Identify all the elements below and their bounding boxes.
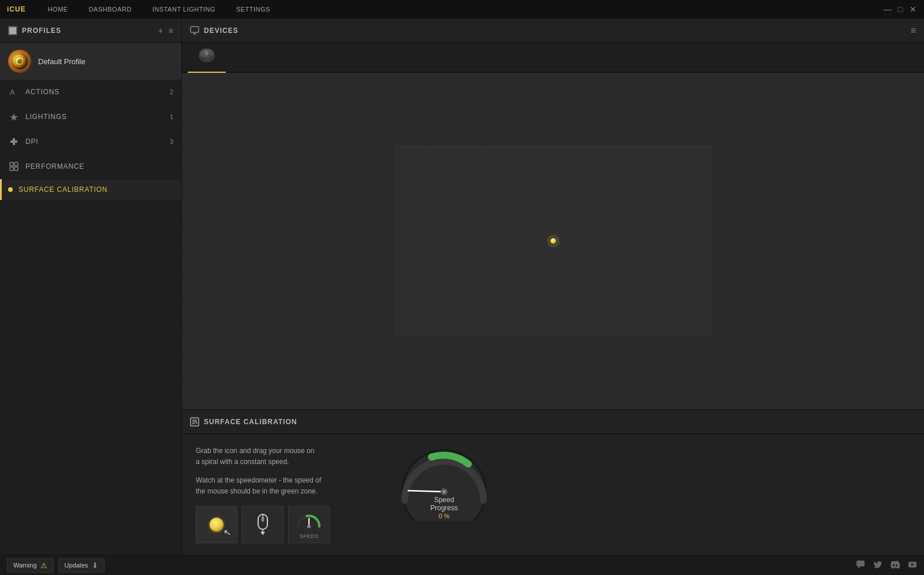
sidebar-item-dpi[interactable]: DPI 3 [0,129,181,154]
twitter-icon[interactable] [873,560,882,571]
statusbar: Warning ⚠ Updates ⬇ [0,555,924,575]
svg-point-27 [262,516,264,522]
svg-text:A: A [10,88,15,97]
nav-home[interactable]: HOME [38,0,79,18]
sidebar-item-actions[interactable]: A ACTIONS 2 [0,80,181,105]
add-profile-button[interactable]: + [158,26,163,35]
dpi-icon [8,136,20,147]
cursor-icon: ↖ [222,526,232,539]
calibration-step-mouse[interactable] [242,506,284,543]
instruction-paragraph-1: Grab the icon and drag your mouse on a s… [196,446,357,468]
svg-rect-13 [191,27,199,32]
window-controls: — □ ✕ [884,5,917,13]
main-layout: PROFILES + ≡ [0,18,924,555]
warning-label: Warning [13,562,37,569]
profile-icon [8,50,31,73]
svg-rect-10 [14,162,18,166]
yellow-dot-icon [210,518,223,532]
profiles-title: PROFILES [22,27,158,35]
performance-label: PERFORMANCE [25,162,164,170]
surface-calibration-panel: SURFACE CALIBRATION Grab the icon and dr… [182,409,924,555]
sidebar-item-surface-calibration[interactable]: SURFACE CALIBRATION [0,179,181,201]
surface-calibration-title: SURFACE CALIBRATION [204,418,297,426]
warning-button[interactable]: Warning ⚠ [7,558,54,573]
lightings-badge: 1 [164,113,173,120]
surface-calibration-header: SURFACE CALIBRATION [182,410,924,434]
device-tabs [182,43,924,73]
svg-text:0 %: 0 % [439,513,450,520]
svg-marker-29 [260,532,265,535]
device-tab-mouse[interactable] [188,40,226,72]
dpi-badge: 3 [164,138,173,145]
profiles-header: PROFILES + ≡ [0,18,181,43]
performance-icon [8,161,20,172]
svg-rect-9 [10,162,13,166]
svg-text:Speed: Speed [434,496,454,504]
svg-text:Progress: Progress [430,504,458,512]
updates-label: Updates [65,562,88,569]
calibration-step-dot[interactable]: ↖ [196,506,237,543]
statusbar-right-icons [856,560,917,571]
maximize-button[interactable]: □ [896,5,904,13]
svg-rect-40 [856,561,865,566]
chat-icon[interactable] [856,560,865,571]
svg-rect-12 [14,167,18,170]
active-indicator [8,187,13,192]
mouse-drag-icon [254,513,272,536]
speed-gauge-container: Speed Progress 0 % [392,440,496,521]
lightings-label: LIGHTINGS [25,113,164,121]
close-button[interactable]: ✕ [909,5,917,13]
canvas-inner[interactable] [395,146,711,336]
svg-rect-11 [10,167,13,170]
top-nav: HOME DASHBOARD INSTANT LIGHTING SETTINGS [38,0,281,18]
instruction-paragraph-2: Watch at the speedometer - the speed of … [196,475,357,497]
profiles-menu-button[interactable]: ≡ [169,26,173,35]
dpi-label: DPI [25,138,164,146]
calibration-dot[interactable] [549,237,557,245]
svg-rect-8 [13,138,15,145]
calibration-step-speed[interactable]: Speed [288,506,330,543]
svg-rect-0 [9,27,16,34]
profiles-icon [8,26,17,35]
calibration-steps: ↖ [196,506,357,543]
devices-icon [190,26,199,35]
devices-header: DEVICES ≡ [182,18,924,43]
devices-menu-icon[interactable]: ≡ [911,25,916,36]
lightings-icon [8,111,20,123]
warning-icon: ⚠ [40,561,47,570]
actions-label: ACTIONS [25,88,164,96]
nav-settings[interactable]: SETTINGS [226,0,281,18]
right-panel: DEVICES ≡ [182,18,924,555]
discord-icon[interactable] [891,560,900,571]
profiles-actions: + ≡ [158,26,173,35]
minimize-button[interactable]: — [884,5,892,13]
updates-button[interactable]: Updates ⬇ [58,558,105,573]
svg-marker-6 [10,113,18,121]
nav-dashboard[interactable]: DASHBOARD [79,0,142,18]
calibration-instructions: Grab the icon and drag your mouse on a s… [196,446,357,543]
sidebar-nav: A ACTIONS 2 LIGHTINGS 1 [0,80,181,555]
svg-point-36 [442,490,446,494]
svg-point-31 [307,525,311,528]
svg-rect-14 [193,34,196,35]
speedometer-small-icon [296,510,322,531]
titlebar: iCUE HOME DASHBOARD INSTANT LIGHTING SET… [0,0,924,18]
sidebar-item-performance[interactable]: PERFORMANCE [0,154,181,179]
actions-icon: A [8,86,20,98]
profile-name: Default Profile [38,57,85,66]
sidebar: PROFILES + ≡ [0,18,182,555]
speed-gauge: Speed Progress 0 % [392,440,496,521]
download-icon: ⬇ [92,561,98,570]
app-name: iCUE [7,5,26,13]
speed-icon-label: Speed [299,533,318,539]
mouse-device-image [195,45,219,65]
nav-instant-lighting[interactable]: INSTANT LIGHTING [142,0,226,18]
devices-title: DEVICES [204,27,239,35]
svg-point-4 [17,58,19,61]
sidebar-item-lightings[interactable]: LIGHTINGS 1 [0,105,181,129]
edit-icon [190,417,199,426]
actions-badge: 2 [164,88,173,95]
surface-calibration-label: SURFACE CALIBRATION [18,186,164,194]
youtube-icon[interactable] [908,560,917,571]
profile-item-default[interactable]: Default Profile [0,43,181,80]
